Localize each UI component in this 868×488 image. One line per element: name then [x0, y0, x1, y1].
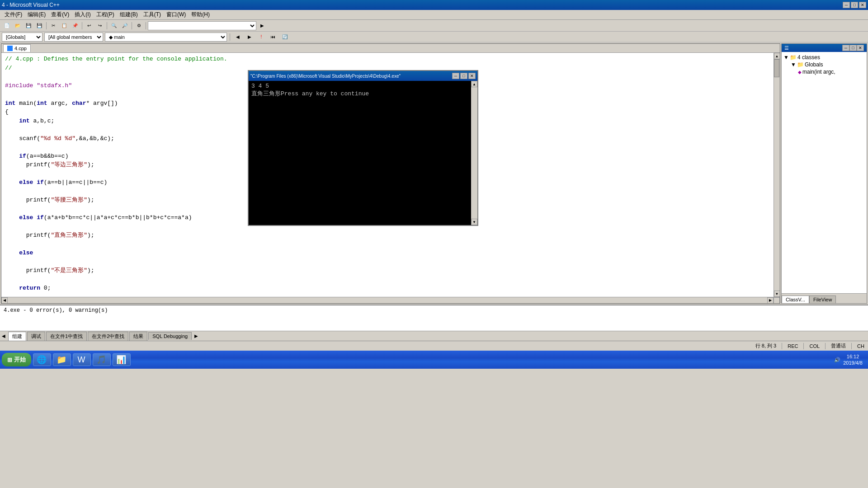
- right-panel-header: ☰ ─ □ ✕: [782, 44, 867, 52]
- open-button[interactable]: 📂: [13, 21, 23, 30]
- console-panel: 4.exe - 0 error(s), 0 warning(s) ◀ 组建 调试…: [0, 305, 868, 341]
- console-tab-sql[interactable]: SQL Debugging: [148, 332, 192, 340]
- maximize-button[interactable]: □: [851, 2, 858, 8]
- hscroll-track[interactable]: [8, 297, 767, 304]
- new-button[interactable]: 📄: [2, 21, 12, 30]
- editor-tab-bar: 4.cpp: [1, 44, 780, 53]
- console-win-scrollbar[interactable]: ▲ ▼: [471, 81, 477, 225]
- console-scroll-up[interactable]: ▲: [471, 81, 477, 87]
- col-indicator: COL: [809, 343, 820, 349]
- status-bar: 行 8, 列 3 REC COL 普通话 CH: [0, 341, 868, 351]
- menu-help[interactable]: 帮助(H): [189, 10, 212, 19]
- redo-button[interactable]: ↪: [95, 21, 105, 30]
- hscroll-left-button[interactable]: ◀: [1, 297, 8, 304]
- findreplace-button[interactable]: 🔎: [120, 21, 130, 30]
- globals-dropdown[interactable]: [Globals]: [2, 33, 42, 42]
- volume-icon[interactable]: 🔊: [834, 357, 840, 363]
- nav-btn5[interactable]: 🔄: [280, 33, 290, 42]
- menu-project[interactable]: 工程(P): [94, 10, 117, 19]
- right-panel-maximize[interactable]: □: [849, 45, 857, 51]
- taskbar-word-button[interactable]: W: [73, 353, 91, 366]
- start-button[interactable]: ⊞ 开始: [2, 353, 31, 366]
- console-tab-find2[interactable]: 在文件2中查找: [88, 332, 128, 341]
- vscroll-down-button[interactable]: ▼: [774, 291, 780, 297]
- right-panel-title: ☰: [784, 45, 789, 51]
- console-output-text: 4.exe - 0 error(s), 0 warning(s): [4, 307, 108, 314]
- vscroll-track[interactable]: [774, 59, 780, 291]
- menu-view[interactable]: 查看(V): [48, 10, 72, 19]
- taskbar-ie-button[interactable]: 🌐: [33, 353, 51, 366]
- console-win-minimize[interactable]: ─: [452, 73, 459, 79]
- settings-button[interactable]: ⚙: [134, 21, 144, 30]
- menu-bar: 文件(F) 编辑(E) 查看(V) 插入(I) 工程(P) 组建(B) 工具(T…: [0, 10, 868, 20]
- right-panel-minimize[interactable]: ─: [842, 45, 849, 51]
- undo-button[interactable]: ↩: [84, 21, 94, 30]
- console-tab-bar: ◀ 组建 调试 在文件1中查找 在文件2中查找 结果 SQL Debugging…: [0, 331, 868, 341]
- console-win-maximize[interactable]: □: [460, 73, 467, 79]
- status-div2: [803, 343, 804, 349]
- media-icon: 🎵: [97, 355, 106, 364]
- right-panel-close[interactable]: ✕: [857, 45, 864, 51]
- tree-globals-label: Globals: [805, 61, 823, 68]
- nav-btn4[interactable]: ⏮: [268, 33, 278, 42]
- tree-globals[interactable]: ▼ 📁 Globals: [783, 61, 865, 68]
- editor-vscrollbar[interactable]: ▲ ▼: [774, 53, 780, 297]
- save2-button[interactable]: 💾: [34, 21, 44, 30]
- console-win-buttons: ─ □ ✕: [452, 73, 476, 79]
- members-dropdown[interactable]: [All global members: [44, 33, 103, 42]
- toolbar-separator3: [107, 22, 107, 29]
- menu-file[interactable]: 文件(F): [2, 10, 25, 19]
- console-win-titlebar[interactable]: "C:\Program Files (x86)\Microsoft Visual…: [249, 71, 477, 81]
- menu-tools[interactable]: 工具(T): [141, 10, 164, 19]
- explorer-icon: 📁: [57, 355, 66, 364]
- menu-build[interactable]: 组建(B): [117, 10, 141, 19]
- minimize-button[interactable]: ─: [843, 2, 850, 8]
- console-right-arrow[interactable]: ▶: [194, 333, 198, 338]
- hscroll-right-button[interactable]: ▶: [767, 297, 774, 304]
- corner-button[interactable]: [774, 297, 780, 304]
- paste-button[interactable]: 📌: [70, 21, 80, 30]
- console-tab-build[interactable]: 组建: [8, 332, 26, 341]
- console-win-title: "C:\Program Files (x86)\Microsoft Visual…: [250, 74, 401, 79]
- copy-button[interactable]: 📋: [59, 21, 69, 30]
- console-tab-result[interactable]: 结果: [129, 332, 147, 341]
- console-tab-debug[interactable]: 调试: [27, 332, 45, 341]
- console-scroll-down[interactable]: ▼: [471, 219, 477, 225]
- tree-expand-icon: ▼: [783, 54, 789, 61]
- tree-main[interactable]: ◆ main(int argc,: [783, 68, 865, 75]
- console-scroll-track[interactable]: [471, 87, 477, 219]
- console-output: 4.exe - 0 error(s), 0 warning(s): [0, 305, 868, 331]
- vscroll-up-button[interactable]: ▲: [774, 53, 780, 59]
- console-tab-find1[interactable]: 在文件1中查找: [46, 332, 87, 341]
- save-button[interactable]: 💾: [24, 21, 33, 30]
- menu-edit[interactable]: 编辑(E): [25, 10, 48, 19]
- editor-tab-4cpp[interactable]: 4.cpp: [3, 44, 31, 52]
- find-button[interactable]: 🔍: [109, 21, 119, 30]
- file-view-tab[interactable]: FileView: [809, 296, 836, 303]
- class-view-tab[interactable]: ClassV...: [782, 296, 809, 303]
- nav-bar: [Globals] [All global members ◆ main ◀ ▶…: [0, 32, 868, 42]
- menu-window[interactable]: 窗口(W): [164, 10, 189, 19]
- nav-btn1[interactable]: ◀: [233, 33, 243, 42]
- taskbar-explorer-button[interactable]: 📁: [53, 353, 71, 366]
- taskbar-media-button[interactable]: 🎵: [93, 353, 111, 366]
- console-win-close[interactable]: ✕: [468, 73, 476, 79]
- clock-time: 16:12: [843, 353, 863, 360]
- console-win-content-wrap: 3 4 5 直角三角形Press any key to continue ▲ ▼: [249, 81, 477, 225]
- symbol-dropdown[interactable]: ◆ main: [105, 33, 227, 42]
- toolbar-separator1: [46, 22, 47, 29]
- windows-logo-icon: ⊞: [7, 357, 12, 363]
- taskbar-app-button[interactable]: 📊: [113, 353, 131, 366]
- nav-btn2[interactable]: ▶: [245, 33, 255, 42]
- menu-insert[interactable]: 插入(I): [72, 10, 93, 19]
- config-dropdown[interactable]: [148, 21, 256, 30]
- nav-btn3[interactable]: !: [256, 33, 266, 42]
- title-bar: 4 - Microsoft Visual C++ ─ □ ✕: [0, 0, 868, 10]
- close-button[interactable]: ✕: [859, 2, 866, 8]
- vscroll-thumb[interactable]: [774, 59, 779, 77]
- tree-root[interactable]: ▼ 📁 4 classes: [783, 54, 865, 61]
- editor-hscrollbar[interactable]: ◀ ▶: [1, 297, 780, 303]
- config-arrow-button[interactable]: ▶: [257, 21, 267, 30]
- console-left-arrow[interactable]: ◀: [2, 333, 5, 338]
- cut-button[interactable]: ✂: [48, 21, 58, 30]
